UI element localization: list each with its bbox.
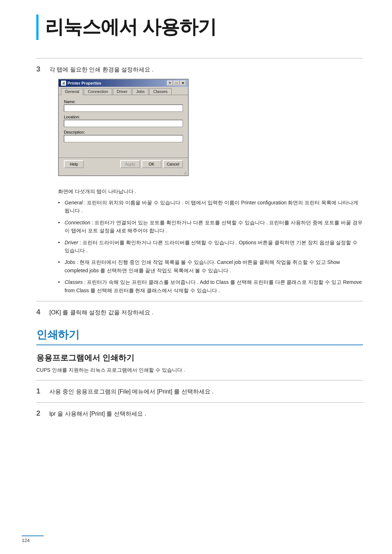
apply-button[interactable]: Apply: [120, 160, 140, 168]
bullet-text-connection: : 프린터가 연결되어 있는 포트를 확인하거나 다른 포트를 선택할 수 있습…: [65, 220, 363, 233]
dialog-close-btn[interactable]: ✕: [180, 81, 186, 86]
ok-button[interactable]: OK: [142, 160, 162, 168]
list-item: Driver : 프린터 드라이버를 확인하거나 다른 드라이버를 선택할 수 …: [58, 239, 363, 255]
step4-number: 4: [36, 308, 44, 316]
name-label: Name:: [64, 99, 183, 104]
step3-number: 3: [36, 65, 44, 73]
bullet-text-jobs: : 현재 프린터에서 진행 중인 인쇄 작업 목록을 볼 수 있습니다. Can…: [65, 259, 340, 273]
list-item: Jobs : 현재 프린터에서 진행 중인 인쇄 작업 목록을 볼 수 있습니다…: [58, 258, 363, 274]
page-number: 124: [22, 535, 44, 543]
cancel-button[interactable]: Cancel: [163, 160, 183, 168]
bullet-text-general: : 프린터의 위치와 이름을 바꿀 수 있습니다 . 이 탭에서 입력한 이름이…: [65, 200, 358, 213]
dialog-titlebar-buttons: ? □ ✕: [167, 81, 186, 86]
bullet-text-driver: : 프린터 드라이버를 확인하거나 다른 드라이버를 선택할 수 있습니다 . …: [65, 240, 358, 253]
step3-text: 각 탭에 필요한 인쇄 환경을 설정하세요 .: [49, 66, 154, 74]
resize-handle: //: [59, 171, 188, 175]
step4-label: 4 [OK] 를 클릭해 설정한 값을 저장하세요 .: [36, 308, 363, 317]
cups-description: CUPS 인쇄를 지원하는 리눅스 프로그램에서 인쇄할 수 있습니다 .: [36, 367, 363, 374]
print-step1-label: 1 사용 중인 응용프로그램의 [File] 메뉴에서 [Print] 를 선택…: [36, 387, 363, 396]
step3-label: 3 각 탭에 필요한 인쇄 환경을 설정하세요 .: [36, 65, 363, 74]
tab-jobs[interactable]: Jobs: [132, 88, 148, 95]
bullet-keyword-classes: Classes: [65, 279, 83, 285]
step4-text: [OK] 를 클릭해 설정한 값을 저장하세요 .: [49, 309, 154, 317]
print-step2-text: lpr 을 사용해서 [Print] 를 선택하세요 .: [49, 410, 146, 418]
bullet-keyword-jobs: Jobs: [65, 259, 75, 265]
page-title: 리눅스에서 사용하기: [36, 15, 363, 40]
help-button[interactable]: Help: [64, 160, 84, 168]
print-step2-number: 2: [36, 409, 44, 417]
list-item: General : 프린터의 위치와 이름을 바꿀 수 있습니다 . 이 탭에서…: [58, 199, 363, 215]
description-input[interactable]: [64, 135, 183, 142]
divider-step3: [36, 58, 363, 58]
tab-driver[interactable]: Driver: [113, 88, 131, 95]
subsection-heading: 응용프로그램에서 인쇄하기: [36, 353, 363, 363]
tab-connection[interactable]: Connection: [84, 88, 112, 95]
print-step2-label: 2 lpr 을 사용해서 [Print] 를 선택하세요 .: [36, 409, 363, 418]
tab-general[interactable]: General: [61, 88, 83, 95]
printer-properties-dialog: 🖨 Printer Properties ? □ ✕ General Conne…: [58, 79, 189, 176]
dialog-footer: Help Apply OK Cancel: [59, 158, 188, 171]
name-input[interactable]: [64, 105, 183, 112]
bullet-keyword-general: General: [65, 200, 83, 205]
bullet-keyword-driver: Driver: [65, 240, 78, 245]
dialog-title: Printer Properties: [68, 81, 101, 85]
dialog-help-btn[interactable]: ?: [167, 81, 173, 86]
tab-classes[interactable]: Classes: [149, 88, 171, 95]
location-input[interactable]: [64, 120, 183, 127]
bullet-list: General : 프린터의 위치와 이름을 바꿀 수 있습니다 . 이 탭에서…: [58, 199, 363, 294]
dialog-titlebar: 🖨 Printer Properties ? □ ✕: [59, 80, 188, 87]
bullet-keyword-connection: Connection: [65, 220, 90, 225]
bullet-text-classes: : 프린터가 속해 있는 프린터 클래스를 보여줍니다 . Add to Cla…: [65, 279, 362, 293]
print-step1-number: 1: [36, 387, 44, 395]
divider-print-step2: [36, 402, 363, 403]
print-step1-text: 사용 중인 응용프로그램의 [File] 메뉴에서 [Print] 를 선택하세…: [49, 388, 213, 396]
dialog-icon: 🖨: [61, 81, 66, 86]
divider-print-step1: [36, 380, 363, 380]
section-underline-print: [36, 345, 363, 345]
section-heading-print: 인쇄하기: [36, 327, 363, 342]
list-item: Connection : 프린터가 연결되어 있는 포트를 확인하거나 다른 포…: [58, 219, 363, 235]
list-item: Classes : 프린터가 속해 있는 프린터 클래스를 보여줍니다 . Ad…: [58, 278, 363, 294]
dialog-content: Name: Location: Description:: [59, 95, 188, 158]
dialog-minimize-btn[interactable]: □: [173, 81, 179, 86]
location-label: Location:: [64, 115, 183, 119]
dialog-tabs: General Connection Driver Jobs Classes: [59, 87, 188, 95]
screen-note: 화면에 다섯개의 탭이 나타납니다 .: [58, 188, 363, 195]
divider-step4: [36, 301, 363, 301]
description-label: Description:: [64, 130, 183, 134]
